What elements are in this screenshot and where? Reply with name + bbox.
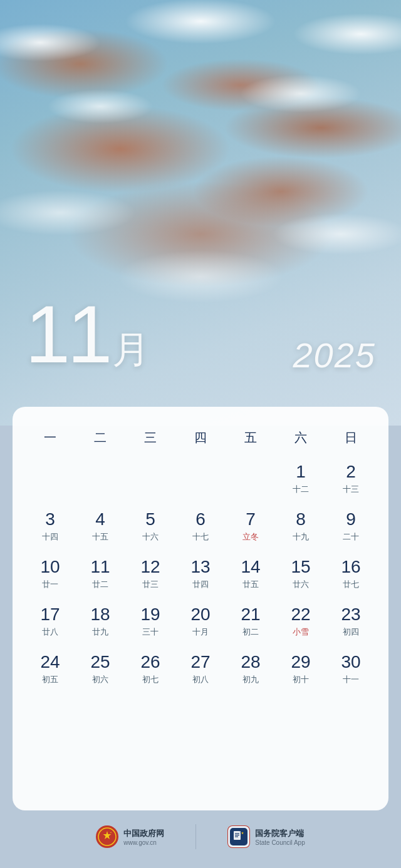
calendar-cell: 2十三 (326, 456, 376, 501)
app-brand-text: 国务院客户端 State Council App (255, 828, 305, 846)
calendar-cell: 17廿八 (25, 599, 75, 644)
calendar-cell: 18廿九 (75, 599, 125, 644)
lunar-label: 立冬 (242, 531, 259, 543)
day-number: 14 (241, 558, 260, 577)
app-icon (227, 825, 250, 848)
app-icon-svg (228, 826, 249, 847)
calendar-cell: 9二十 (326, 504, 376, 549)
lunar-label: 廿二 (92, 579, 108, 590)
weekday-header: 二 (75, 424, 125, 451)
calendar-cell: 19三十 (125, 599, 175, 644)
brand-divider (195, 824, 196, 849)
calendar-cell: 3十四 (25, 504, 75, 549)
day-number: 29 (291, 653, 310, 672)
calendar-cell (226, 456, 276, 501)
day-number: 11 (90, 558, 110, 577)
calendar-cell: 11廿二 (75, 551, 125, 596)
lunar-label: 廿八 (42, 626, 58, 638)
day-number: 4 (95, 510, 105, 529)
lunar-label: 初五 (42, 674, 58, 685)
day-number: 20 (190, 605, 210, 625)
calendar-cell: 29初十 (276, 646, 326, 692)
calendar-cell: 12廿三 (125, 551, 175, 596)
day-number: 15 (291, 558, 310, 577)
lunar-label: 廿九 (92, 626, 108, 638)
lunar-label: 初四 (343, 626, 359, 638)
lunar-label: 初二 (242, 626, 259, 638)
day-number: 1 (296, 462, 306, 482)
app-name: 国务院客户端 (255, 828, 305, 839)
day-number: 8 (296, 510, 306, 529)
gov-brand: 中国政府网 www.gov.cn (96, 825, 164, 848)
lunar-label: 十五 (92, 531, 108, 543)
calendar-header: 一二三四五六日 (25, 424, 376, 451)
calendar-cell: 7立冬 (226, 504, 276, 549)
lunar-label: 小雪 (293, 626, 309, 638)
calendar-cell: 8十九 (276, 504, 326, 549)
lunar-label: 初八 (192, 674, 209, 685)
day-number: 27 (190, 653, 210, 672)
calendar-cell: 4十五 (75, 504, 125, 549)
calendar-cell: 5十六 (125, 504, 175, 549)
month-char: 月 (112, 325, 150, 375)
calendar-cell: 15廿六 (276, 551, 326, 596)
lunar-label: 十七 (192, 531, 209, 543)
app-sub: State Council App (255, 839, 305, 846)
calendar-cell (75, 456, 125, 501)
weekday-header: 四 (175, 424, 226, 451)
calendar-cell: 10廿一 (25, 551, 75, 596)
lunar-label: 十三 (343, 484, 359, 495)
lunar-label: 十四 (42, 531, 58, 543)
calendar-cell: 23初四 (326, 599, 376, 644)
calendar-cell: 20十月 (175, 599, 226, 644)
day-number: 9 (346, 510, 356, 529)
lunar-label: 廿一 (42, 579, 58, 590)
day-number: 18 (90, 605, 110, 625)
day-number: 23 (341, 605, 360, 625)
calendar-cell (175, 456, 226, 501)
calendar-section: 一二三四五六日 1十二2十三3十四4十五5十六6十七7立冬8十九9二十10廿一1… (13, 407, 388, 810)
day-number: 6 (195, 510, 206, 529)
page-wrapper: 11 月 2025 一二三四五六日 1十二2十三3十四4十五5十六6十七7立冬8… (0, 0, 401, 868)
branding-section: 中国政府网 www.gov.cn (0, 810, 401, 868)
lunar-label: 廿三 (142, 579, 159, 590)
lunar-label: 十一 (343, 674, 359, 685)
day-number: 22 (291, 605, 310, 625)
day-number: 17 (40, 605, 60, 625)
calendar-cell: 16廿七 (326, 551, 376, 596)
calendar-cell: 30十一 (326, 646, 376, 692)
lunar-label: 廿四 (192, 579, 209, 590)
lunar-label: 三十 (142, 626, 159, 638)
lunar-label: 初七 (142, 674, 159, 685)
weekday-header: 五 (226, 424, 276, 451)
day-number: 5 (145, 510, 155, 529)
day-number: 10 (40, 558, 60, 577)
day-number: 30 (341, 653, 360, 672)
day-number: 13 (190, 558, 210, 577)
hero-section: 11 月 2025 (0, 0, 401, 426)
day-number: 21 (241, 605, 260, 625)
calendar-cell: 26初七 (125, 646, 175, 692)
weekday-header: 三 (125, 424, 175, 451)
gov-sub: www.gov.cn (123, 839, 164, 846)
gov-icon (96, 825, 118, 848)
month-number: 11 (25, 294, 110, 375)
lunar-label: 十九 (293, 531, 309, 543)
weekday-header: 一 (25, 424, 75, 451)
weekday-header: 日 (326, 424, 376, 451)
lunar-label: 二十 (343, 531, 359, 543)
calendar-cell: 14廿五 (226, 551, 276, 596)
day-number: 7 (246, 510, 256, 529)
calendar-cell: 1十二 (276, 456, 326, 501)
calendar-cell: 27初八 (175, 646, 226, 692)
day-number: 16 (341, 558, 360, 577)
weekday-header: 六 (276, 424, 326, 451)
gov-brand-text: 中国政府网 www.gov.cn (123, 828, 164, 846)
calendar-cell: 25初六 (75, 646, 125, 692)
app-brand: 国务院客户端 State Council App (227, 825, 305, 848)
day-number: 25 (90, 653, 110, 672)
day-number: 26 (140, 653, 160, 672)
day-number: 2 (346, 462, 356, 482)
calendar-cell (125, 456, 175, 501)
lunar-label: 初九 (242, 674, 259, 685)
